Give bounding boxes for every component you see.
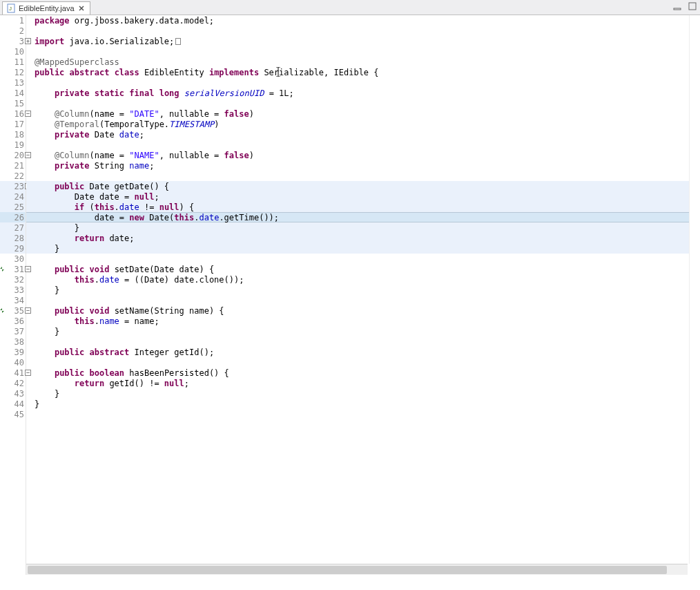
code-line[interactable]: } [35,399,700,409]
gutter-line[interactable]: 42 [0,378,26,388]
code-line[interactable]: package org.jboss.bakery.data.model; [35,15,700,26]
code-line[interactable] [35,98,700,108]
line-number: 26 [14,213,24,222]
collapsed-region-icon[interactable] [175,38,181,45]
gutter-line[interactable]: 23− [0,181,26,191]
gutter-line[interactable]: 31− [0,264,26,274]
code-line[interactable]: } [35,243,700,254]
code-line[interactable] [35,26,700,36]
line-number: 14 [14,88,24,98]
gutter-line[interactable]: 13 [0,77,26,88]
gutter-line[interactable]: 14 [0,88,26,98]
gutter-line[interactable]: 20− [0,150,26,160]
gutter-line[interactable]: 37 [0,326,26,336]
gutter-line[interactable]: 19 [0,140,26,150]
gutter-line[interactable]: 45 [0,409,26,419]
code-editor[interactable]: package org.jboss.bakery.data.model;impo… [26,15,700,575]
gutter-line[interactable]: 12 [0,67,26,77]
code-line[interactable]: } [35,388,700,399]
code-line[interactable] [35,336,700,347]
code-line[interactable] [35,140,700,150]
gutter-line[interactable]: 41− [0,368,26,378]
gutter-line[interactable]: 3+ [0,36,26,46]
code-line[interactable]: @Temporal(TemporalType.TIMESTAMP) [35,119,700,129]
gutter-line[interactable]: 17 [0,119,26,129]
code-line[interactable] [35,295,700,305]
override-marker-icon[interactable] [0,307,6,314]
gutter-line[interactable]: 16− [0,108,26,119]
line-number-gutter[interactable]: 123+10111213141516−17181920−212223−24252… [0,15,26,575]
gutter-line[interactable]: 38 [0,336,26,347]
line-number: 17 [14,120,24,129]
code-line[interactable]: @Column(name = "NAME", nullable = false) [35,150,700,160]
gutter-line[interactable]: 26 [0,212,26,222]
code-line[interactable]: public boolean hasBeenPersisted() { [35,368,700,378]
horizontal-scrollbar[interactable] [26,564,688,575]
code-line[interactable]: @Column(name = "DATE", nullable = false) [35,108,700,119]
line-number: 38 [14,337,24,347]
gutter-line[interactable]: 33 [0,285,26,295]
code-line[interactable]: this.date = ((Date) date.clone()); [35,274,700,285]
code-line[interactable]: @MappedSuperclass [35,57,700,67]
code-line[interactable]: public void setDate(Date date) { [35,264,700,274]
gutter-line[interactable]: 28 [0,233,26,243]
minimize-view-icon[interactable] [672,1,682,11]
code-line[interactable]: this.name = name; [35,316,700,326]
code-line[interactable] [35,254,700,264]
code-line[interactable]: return date; [35,233,700,243]
gutter-line[interactable]: 40 [0,357,26,368]
code-line[interactable] [35,77,700,88]
line-number: 33 [14,285,24,295]
gutter-line[interactable]: 11 [0,57,26,67]
scrollbar-thumb[interactable] [28,566,667,574]
gutter-line[interactable]: 24 [0,191,26,202]
line-number: 13 [14,78,24,88]
gutter-line[interactable]: 10 [0,46,26,57]
code-line[interactable]: public abstract Integer getId(); [35,347,700,357]
code-line[interactable] [35,357,700,368]
code-line[interactable]: } [35,326,700,336]
editor-tab-active[interactable]: J EdibleEntity.java [2,1,90,15]
overview-ruler[interactable] [689,15,700,564]
gutter-line[interactable]: 21 [0,160,26,171]
code-line[interactable] [35,171,700,181]
code-line[interactable]: } [35,285,700,295]
gutter-line[interactable]: 1 [0,15,26,26]
line-number: 11 [14,57,24,67]
gutter-line[interactable]: 34 [0,295,26,305]
code-line[interactable]: import java.io.Serializable; [35,36,700,46]
gutter-line[interactable]: 22 [0,171,26,181]
line-number: 18 [14,130,24,140]
code-line[interactable]: if (this.date != null) { [35,202,700,212]
code-line[interactable]: private Date date; [35,129,700,140]
code-line[interactable]: } [35,222,700,233]
gutter-line[interactable]: 43 [0,388,26,399]
gutter-line[interactable]: 29 [0,243,26,254]
code-line[interactable]: private String name; [35,160,700,171]
gutter-line[interactable]: 39 [0,347,26,357]
maximize-view-icon[interactable] [688,1,697,11]
gutter-line[interactable]: 15 [0,98,26,108]
gutter-line[interactable]: 18 [0,129,26,140]
line-number: 42 [14,379,24,388]
code-line[interactable] [35,46,700,57]
gutter-line[interactable]: 2 [0,26,26,36]
code-line[interactable]: Date date = null; [35,191,700,202]
code-line[interactable]: public void setName(String name) { [35,305,700,316]
gutter-line[interactable]: 30 [0,254,26,264]
override-marker-icon[interactable] [0,265,6,273]
code-line[interactable] [35,409,700,419]
close-icon[interactable] [78,5,86,12]
tab-label: EdibleEntity.java [19,4,75,12]
code-line[interactable]: public Date getDate() { [35,181,700,191]
gutter-line[interactable]: 44 [0,399,26,409]
code-line[interactable]: private static final long serialVersionU… [35,88,700,98]
gutter-line[interactable]: 35− [0,305,26,316]
code-line[interactable]: public abstract class EdibleEntity imple… [35,67,700,77]
gutter-line[interactable]: 27 [0,222,26,233]
code-line[interactable]: return getId() != null; [35,378,700,388]
gutter-line[interactable]: 36 [0,316,26,326]
gutter-line[interactable]: 25 [0,202,26,212]
code-line[interactable]: date = new Date(this.date.getTime()); [35,212,700,222]
gutter-line[interactable]: 32 [0,274,26,285]
